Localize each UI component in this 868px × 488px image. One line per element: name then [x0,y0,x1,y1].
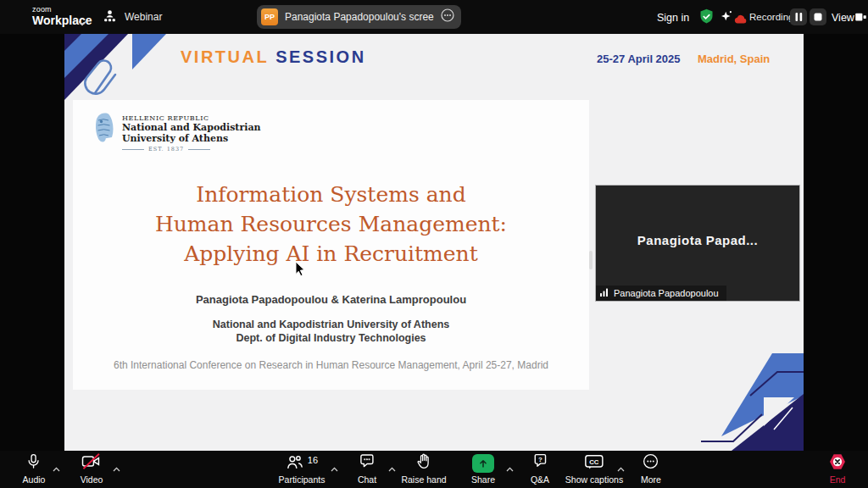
affiliation-department: Dept. of Digital Industry Technologies [73,332,589,344]
participant-name-tag: Panagiota Papadopoulou [596,286,726,301]
screen-share-pill[interactable]: PP Panagiota Papadopoulou's scree [257,5,461,29]
raise-hand-button[interactable]: Raise hand [401,453,446,485]
stop-recording-button[interactable] [810,8,826,25]
sign-in-button[interactable]: Sign in [657,12,689,24]
university-emblem [93,112,116,147]
chat-bubble-icon [358,452,376,474]
raise-hand-label: Raise hand [401,474,446,485]
title-line-2: Human Resources Management: [73,209,589,239]
end-hexagon-icon [828,452,847,474]
logo-established: EST. 1837 [122,146,261,152]
slide-corner-decoration-bottom-right [647,353,804,451]
screen-share-title: Panagiota Papadopoulou's scree [285,11,434,23]
share-options-chevron[interactable] [506,460,514,475]
chat-label: Chat [358,474,376,485]
share-screen-button[interactable]: Share [471,453,495,485]
participant-display-name: Panagiota Papad... [596,233,799,247]
more-button[interactable]: More [641,453,661,485]
video-panel-resize-handle[interactable] [589,251,593,269]
audio-button[interactable]: Audio [23,453,46,485]
qa-label: Q&A [531,474,549,485]
audio-signal-icon [600,288,609,298]
audio-options-chevron[interactable] [53,460,60,475]
participant-video-tile[interactable]: Panagiota Papad... Panagiota Papadopoulo… [596,186,799,301]
recording-cloud-icon [734,12,747,27]
pause-recording-button[interactable] [790,8,807,25]
virtual-word: VIRTUAL [181,47,269,66]
show-captions-button[interactable]: CC Show captions [565,453,623,485]
camera-off-icon [81,452,102,474]
conference-dates: 25-27 April 2025 [597,53,681,65]
participants-label: Participants [279,474,326,485]
participants-icon [286,453,304,474]
raise-hand-icon [416,452,432,474]
logo-university-name-2: University of Athens [122,133,261,144]
slide-content-card: HELLENIC REPUBLIC National and Kapodistr… [73,100,589,390]
webinar-label: Webinar [125,11,162,23]
logo-hellenic-republic: HELLENIC REPUBLIC [122,114,261,122]
view-button[interactable]: View [832,12,854,24]
paperclip-icon [76,49,125,107]
logo-university-name-1: National and Kapodistrian [122,122,261,133]
mouse-cursor [295,261,306,280]
chat-options-chevron[interactable] [388,460,396,475]
tab-webinar[interactable]: Webinar [102,7,162,27]
audio-label: Audio [23,474,46,485]
university-logo: HELLENIC REPUBLIC National and Kapodistr… [93,112,261,152]
virtual-session-heading: VIRTUALSESSION [181,47,366,67]
authors-line: Panagiota Papadopoulou & Katerina Lampro… [73,293,589,306]
webinar-people-icon [102,9,118,25]
end-label: End [830,474,846,485]
video-button[interactable]: Video [81,453,103,485]
captions-options-chevron[interactable] [617,460,625,475]
end-meeting-button[interactable]: End [828,453,847,485]
video-label: Video [81,474,103,485]
svg-text:?: ? [538,456,542,463]
view-layout-icon[interactable] [854,11,867,26]
security-shield-icon[interactable] [698,8,715,29]
participants-count-badge: 16 [308,455,318,465]
participant-name-label: Panagiota Papadopoulou [614,288,719,298]
captions-label: Show captions [565,474,623,485]
affiliation-university: National and Kapodistrian University of … [73,319,589,330]
microphone-icon [25,452,42,474]
share-label: Share [471,474,495,485]
conference-location: Madrid, Spain [698,53,770,65]
qa-button[interactable]: ? Q&A [531,453,549,485]
qa-icon: ? [531,452,549,474]
closed-captions-icon: CC [584,453,604,474]
chat-button[interactable]: Chat [358,453,376,485]
more-label: More [641,474,661,485]
ellipsis-icon[interactable] [441,8,454,25]
meeting-toolbar: Audio Video 16 [0,451,868,488]
chevron-down-icon[interactable] [78,14,86,30]
title-line-3: Applying AI in Recruitment [73,239,589,269]
ai-companion-sparkle-icon[interactable] [719,8,734,27]
avatar: PP [261,8,278,25]
participants-button[interactable]: 16 Participants [279,453,326,485]
video-options-chevron[interactable] [113,460,120,475]
title-line-1: Information Systems and [73,180,589,209]
participants-options-chevron[interactable] [331,460,338,475]
session-word: SESSION [275,47,365,66]
svg-text:CC: CC [589,458,599,465]
presentation-title: Information Systems and Human Resources … [73,180,589,269]
conference-footnote: 6th International Conference on Research… [73,359,589,371]
share-screen-icon [472,454,494,473]
brand-zoom: zoom [32,5,92,14]
more-ellipsis-icon [643,452,660,474]
shared-screen-slide: VIRTUALSESSION 25-27 April 2025 Madrid, … [64,34,804,451]
top-bar: zoom Workplace Webinar PP Panagiota Papa… [0,0,868,34]
